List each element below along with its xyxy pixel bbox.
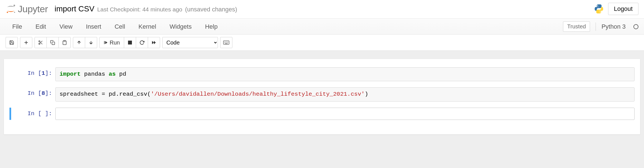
- cell-prompt: In [1]:: [9, 67, 55, 81]
- code-cell[interactable]: In [ ]:: [9, 108, 635, 120]
- cells-container: In [1]:import pandas as pdIn [8]:spreads…: [9, 67, 635, 120]
- code-token: '/Users/davidallen/Downloads/healthy_lif…: [151, 91, 365, 97]
- menu-kernel[interactable]: Kernel: [132, 19, 163, 35]
- cell-prompt: In [ ]:: [9, 108, 55, 120]
- kernel-idle-icon: [633, 24, 638, 29]
- menu-view[interactable]: View: [53, 19, 79, 35]
- command-palette-button[interactable]: [220, 37, 232, 48]
- svg-rect-16: [104, 41, 105, 44]
- notebook-paper: In [1]:import pandas as pdIn [8]:spreads…: [4, 59, 640, 134]
- restart-icon: [139, 40, 144, 45]
- svg-line-11: [40, 42, 41, 43]
- svg-point-7: [39, 41, 40, 42]
- svg-point-0: [14, 5, 15, 6]
- title-block: import CSV Last Checkpoint: 44 minutes a…: [55, 4, 594, 13]
- kernel-name[interactable]: Python 3: [601, 23, 626, 30]
- menubar-right: Trusted Python 3: [563, 21, 638, 32]
- cell-input[interactable]: import pandas as pd: [55, 67, 635, 81]
- cell-input[interactable]: spreadsheet = pd.read_csv('/Users/davida…: [55, 87, 635, 101]
- interrupt-button[interactable]: [124, 37, 136, 48]
- jupyter-logo[interactable]: Jupyter: [6, 4, 48, 14]
- svg-rect-12: [52, 42, 55, 45]
- keyboard-icon: [223, 40, 229, 45]
- paste-icon: [62, 40, 67, 45]
- trusted-badge[interactable]: Trusted: [563, 21, 590, 32]
- header-right: Logout: [594, 3, 638, 15]
- menu-edit[interactable]: Edit: [29, 19, 53, 35]
- copy-button[interactable]: [46, 37, 59, 48]
- menu-insert[interactable]: Insert: [79, 19, 108, 35]
- svg-point-8: [39, 43, 40, 45]
- svg-point-3: [597, 5, 598, 6]
- code-token: import: [60, 71, 81, 77]
- cell-prompt: In [8]:: [9, 87, 55, 101]
- svg-marker-17: [105, 41, 107, 44]
- cut-button[interactable]: [35, 37, 47, 48]
- kernel-separator: [596, 23, 596, 31]
- celltype-select[interactable]: Code Markdown Raw NBConvert Heading: [162, 37, 218, 48]
- scissors-icon: [38, 40, 43, 45]
- jupyter-logo-icon: [6, 4, 16, 14]
- run-group: Run: [99, 37, 160, 48]
- run-button[interactable]: Run: [99, 37, 124, 48]
- plus-icon: [24, 40, 29, 45]
- header: Jupyter import CSV Last Checkpoint: 44 m…: [0, 0, 644, 19]
- svg-point-4: [600, 12, 601, 13]
- svg-marker-18: [152, 41, 154, 44]
- code-token: as: [109, 71, 115, 77]
- save-button[interactable]: [6, 37, 18, 48]
- menu-widgets[interactable]: Widgets: [163, 19, 198, 35]
- play-step-icon: [104, 40, 108, 45]
- copy-icon: [50, 40, 55, 45]
- svg-line-10: [41, 43, 42, 44]
- svg-point-2: [14, 12, 15, 13]
- code-token: pandas: [81, 71, 109, 77]
- python-icon: [594, 4, 604, 14]
- menubar: File Edit View Insert Cell Kernel Widget…: [0, 19, 644, 35]
- menu-help[interactable]: Help: [198, 19, 224, 35]
- arrow-down-icon: [89, 40, 94, 45]
- restart-run-all-button[interactable]: [148, 37, 160, 48]
- code-cell[interactable]: In [8]:spreadsheet = pd.read_csv('/Users…: [9, 87, 635, 101]
- cell-input[interactable]: [55, 108, 635, 120]
- move-up-button[interactable]: [73, 37, 85, 48]
- menu-list: File Edit View Insert Cell Kernel Widget…: [6, 19, 224, 35]
- notebook-area: In [1]:import pandas as pdIn [8]:spreads…: [0, 51, 644, 168]
- menu-cell[interactable]: Cell: [108, 19, 132, 35]
- add-cell-button[interactable]: [20, 37, 32, 48]
- move-down-button[interactable]: [85, 37, 97, 48]
- fast-forward-icon: [151, 40, 156, 45]
- logout-button[interactable]: Logout: [608, 3, 638, 15]
- unsaved-indicator: (unsaved changes): [185, 6, 237, 13]
- code-token: pd: [116, 71, 126, 77]
- code-token: spreadsheet = pd.read_csv(: [60, 91, 151, 97]
- code-cell[interactable]: In [1]:import pandas as pd: [9, 67, 635, 81]
- jupyter-logo-text: Jupyter: [18, 4, 48, 14]
- svg-marker-19: [154, 41, 156, 44]
- checkpoint-text: Last Checkpoint: 44 minutes ago: [97, 6, 182, 13]
- restart-button[interactable]: [136, 37, 148, 48]
- svg-rect-13: [64, 41, 65, 41]
- svg-point-1: [7, 12, 8, 13]
- run-button-label: Run: [110, 39, 120, 46]
- code-token: ): [365, 91, 368, 97]
- toolbar: Run Code Markdown Raw NBConvert Heading: [0, 35, 644, 51]
- move-group: [73, 37, 97, 48]
- menu-file[interactable]: File: [6, 19, 29, 35]
- paste-button[interactable]: [58, 37, 71, 48]
- arrow-up-icon: [77, 40, 82, 45]
- stop-icon: [128, 41, 132, 45]
- notebook-name[interactable]: import CSV: [55, 4, 94, 13]
- save-icon: [9, 40, 14, 45]
- clipboard-group: [35, 37, 71, 48]
